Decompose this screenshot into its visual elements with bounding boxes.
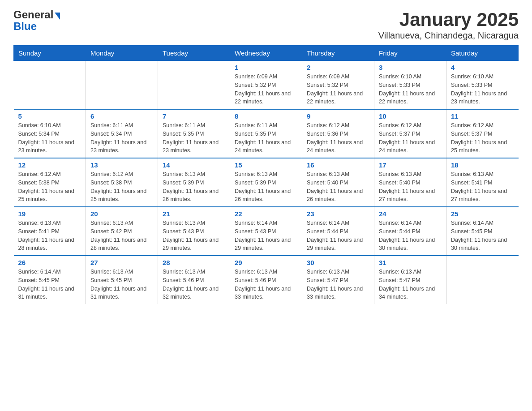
logo-arrow-icon <box>55 13 60 20</box>
day-number: 8 <box>235 112 297 120</box>
calendar-cell: 7Sunrise: 6:11 AMSunset: 5:35 PMDaylight… <box>158 109 230 158</box>
column-header-sunday: Sunday <box>14 46 86 61</box>
day-info: Sunrise: 6:10 AMSunset: 5:33 PMDaylight:… <box>379 73 442 106</box>
day-number: 28 <box>163 259 225 266</box>
day-info: Sunrise: 6:12 AMSunset: 5:37 PMDaylight:… <box>379 121 442 155</box>
day-number: 9 <box>307 112 369 120</box>
calendar-cell: 15Sunrise: 6:13 AMSunset: 5:39 PMDayligh… <box>230 158 302 207</box>
calendar-cell <box>14 61 86 110</box>
day-number: 29 <box>235 259 297 266</box>
column-header-monday: Monday <box>86 46 158 61</box>
day-info: Sunrise: 6:12 AMSunset: 5:38 PMDaylight:… <box>90 170 153 204</box>
page-header: General Blue January 2025 Villanueva, Ch… <box>13 9 519 41</box>
calendar-cell: 31Sunrise: 6:13 AMSunset: 5:47 PMDayligh… <box>374 256 446 304</box>
calendar-cell: 23Sunrise: 6:14 AMSunset: 5:44 PMDayligh… <box>302 207 374 256</box>
day-info: Sunrise: 6:13 AMSunset: 5:47 PMDaylight:… <box>379 268 442 301</box>
day-info: Sunrise: 6:13 AMSunset: 5:47 PMDaylight:… <box>307 268 369 301</box>
calendar-cell: 14Sunrise: 6:13 AMSunset: 5:39 PMDayligh… <box>158 158 230 207</box>
calendar-cell: 19Sunrise: 6:13 AMSunset: 5:41 PMDayligh… <box>14 207 86 256</box>
calendar-cell: 26Sunrise: 6:14 AMSunset: 5:45 PMDayligh… <box>14 256 86 304</box>
day-info: Sunrise: 6:13 AMSunset: 5:40 PMDaylight:… <box>307 170 369 204</box>
day-info: Sunrise: 6:12 AMSunset: 5:37 PMDaylight:… <box>451 121 514 155</box>
day-number: 18 <box>451 161 514 169</box>
calendar-table: SundayMondayTuesdayWednesdayThursdayFrid… <box>13 45 519 304</box>
logo-blue-text: Blue <box>13 21 60 32</box>
logo: General Blue <box>13 9 60 33</box>
day-number: 19 <box>18 210 82 218</box>
calendar-week-4: 19Sunrise: 6:13 AMSunset: 5:41 PMDayligh… <box>14 207 519 256</box>
calendar-week-5: 26Sunrise: 6:14 AMSunset: 5:45 PMDayligh… <box>14 256 519 304</box>
day-info: Sunrise: 6:13 AMSunset: 5:42 PMDaylight:… <box>90 219 153 253</box>
calendar-cell: 17Sunrise: 6:13 AMSunset: 5:40 PMDayligh… <box>374 158 446 207</box>
day-info: Sunrise: 6:14 AMSunset: 5:44 PMDaylight:… <box>307 219 369 253</box>
day-number: 7 <box>163 112 225 120</box>
calendar-cell: 4Sunrise: 6:10 AMSunset: 5:33 PMDaylight… <box>446 61 519 110</box>
day-info: Sunrise: 6:13 AMSunset: 5:39 PMDaylight:… <box>235 170 297 204</box>
day-info: Sunrise: 6:14 AMSunset: 5:45 PMDaylight:… <box>451 219 514 253</box>
calendar-cell <box>158 61 230 110</box>
day-info: Sunrise: 6:11 AMSunset: 5:35 PMDaylight:… <box>235 121 297 155</box>
day-number: 31 <box>379 259 442 266</box>
calendar-cell: 1Sunrise: 6:09 AMSunset: 5:32 PMDaylight… <box>230 61 302 110</box>
calendar-cell: 13Sunrise: 6:12 AMSunset: 5:38 PMDayligh… <box>86 158 158 207</box>
day-info: Sunrise: 6:12 AMSunset: 5:38 PMDaylight:… <box>18 170 82 204</box>
day-info: Sunrise: 6:11 AMSunset: 5:34 PMDaylight:… <box>90 121 153 155</box>
day-info: Sunrise: 6:10 AMSunset: 5:34 PMDaylight:… <box>18 121 82 155</box>
day-number: 12 <box>18 161 82 169</box>
calendar-cell: 30Sunrise: 6:13 AMSunset: 5:47 PMDayligh… <box>302 256 374 304</box>
column-header-tuesday: Tuesday <box>158 46 230 61</box>
day-info: Sunrise: 6:12 AMSunset: 5:36 PMDaylight:… <box>307 121 369 155</box>
column-header-friday: Friday <box>374 46 446 61</box>
day-number: 24 <box>379 210 442 218</box>
day-number: 23 <box>307 210 369 218</box>
day-number: 13 <box>90 161 153 169</box>
day-info: Sunrise: 6:11 AMSunset: 5:35 PMDaylight:… <box>163 121 225 155</box>
day-number: 3 <box>379 64 442 71</box>
day-number: 2 <box>307 64 369 71</box>
calendar-cell: 12Sunrise: 6:12 AMSunset: 5:38 PMDayligh… <box>14 158 86 207</box>
day-info: Sunrise: 6:13 AMSunset: 5:40 PMDaylight:… <box>379 170 442 204</box>
day-number: 14 <box>163 161 225 169</box>
calendar-week-2: 5Sunrise: 6:10 AMSunset: 5:34 PMDaylight… <box>14 109 519 158</box>
day-number: 6 <box>90 112 153 120</box>
day-info: Sunrise: 6:13 AMSunset: 5:46 PMDaylight:… <box>235 268 297 301</box>
day-number: 25 <box>451 210 514 218</box>
calendar-cell: 25Sunrise: 6:14 AMSunset: 5:45 PMDayligh… <box>446 207 519 256</box>
day-info: Sunrise: 6:13 AMSunset: 5:41 PMDaylight:… <box>18 219 82 253</box>
day-info: Sunrise: 6:13 AMSunset: 5:39 PMDaylight:… <box>163 170 225 204</box>
calendar-cell: 16Sunrise: 6:13 AMSunset: 5:40 PMDayligh… <box>302 158 374 207</box>
calendar-cell: 28Sunrise: 6:13 AMSunset: 5:46 PMDayligh… <box>158 256 230 304</box>
day-info: Sunrise: 6:10 AMSunset: 5:33 PMDaylight:… <box>451 73 514 106</box>
column-header-thursday: Thursday <box>302 46 374 61</box>
day-number: 20 <box>90 210 153 218</box>
day-number: 21 <box>163 210 225 218</box>
calendar-cell: 29Sunrise: 6:13 AMSunset: 5:46 PMDayligh… <box>230 256 302 304</box>
day-number: 17 <box>379 161 442 169</box>
calendar-cell: 21Sunrise: 6:13 AMSunset: 5:43 PMDayligh… <box>158 207 230 256</box>
page-subtitle: Villanueva, Chinandega, Nicaragua <box>378 30 519 41</box>
calendar-cell: 20Sunrise: 6:13 AMSunset: 5:42 PMDayligh… <box>86 207 158 256</box>
column-header-wednesday: Wednesday <box>230 46 302 61</box>
logo-general-text: General <box>13 9 53 21</box>
day-number: 16 <box>307 161 369 169</box>
column-header-saturday: Saturday <box>446 46 519 61</box>
calendar-cell: 22Sunrise: 6:14 AMSunset: 5:43 PMDayligh… <box>230 207 302 256</box>
day-number: 1 <box>235 64 297 71</box>
calendar-cell <box>446 256 519 304</box>
day-info: Sunrise: 6:14 AMSunset: 5:44 PMDaylight:… <box>379 219 442 253</box>
day-number: 15 <box>235 161 297 169</box>
calendar-cell: 2Sunrise: 6:09 AMSunset: 5:32 PMDaylight… <box>302 61 374 110</box>
calendar-cell: 5Sunrise: 6:10 AMSunset: 5:34 PMDaylight… <box>14 109 86 158</box>
page-title: January 2025 <box>378 9 519 30</box>
day-number: 10 <box>379 112 442 120</box>
calendar-cell: 6Sunrise: 6:11 AMSunset: 5:34 PMDaylight… <box>86 109 158 158</box>
calendar-header-row: SundayMondayTuesdayWednesdayThursdayFrid… <box>14 46 519 61</box>
calendar-cell: 9Sunrise: 6:12 AMSunset: 5:36 PMDaylight… <box>302 109 374 158</box>
calendar-cell: 10Sunrise: 6:12 AMSunset: 5:37 PMDayligh… <box>374 109 446 158</box>
day-info: Sunrise: 6:09 AMSunset: 5:32 PMDaylight:… <box>307 73 369 106</box>
calendar-week-1: 1Sunrise: 6:09 AMSunset: 5:32 PMDaylight… <box>14 61 519 110</box>
calendar-cell: 3Sunrise: 6:10 AMSunset: 5:33 PMDaylight… <box>374 61 446 110</box>
day-info: Sunrise: 6:13 AMSunset: 5:45 PMDaylight:… <box>90 268 153 301</box>
calendar-cell: 18Sunrise: 6:13 AMSunset: 5:41 PMDayligh… <box>446 158 519 207</box>
calendar-cell: 27Sunrise: 6:13 AMSunset: 5:45 PMDayligh… <box>86 256 158 304</box>
